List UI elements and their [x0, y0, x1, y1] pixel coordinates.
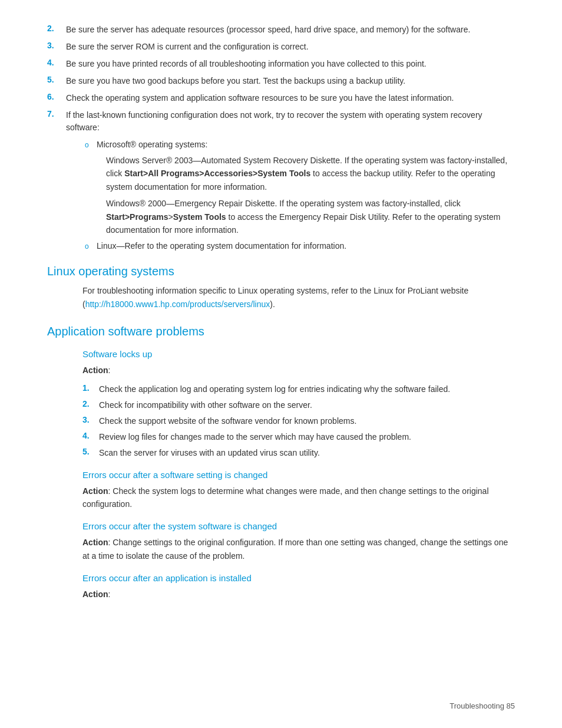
lock-text-3: Check the support website of the softwar… [99, 415, 515, 427]
lock-number-5: 5. [82, 447, 97, 456]
win2000-text2: > [168, 212, 173, 222]
ms-sub-item: o Microsoft® operating systems: [85, 140, 515, 149]
action-label-2: Action [82, 486, 108, 496]
lock-text-4: Review log files for changes made to the… [99, 431, 515, 443]
bullet-o-ms: o [85, 141, 92, 149]
sub-bullet-ms-container: o Microsoft® operating systems: Windows … [73, 140, 515, 251]
linux-body-text2: ). [270, 299, 275, 309]
list-item-5: 5. Be sure you have two good backups bef… [47, 75, 515, 87]
linux-sub-item: o Linux—Refer to the operating system do… [85, 241, 515, 251]
win2000-bold2: System Tools [173, 212, 226, 222]
software-locks-up-heading: Software locks up [82, 349, 515, 359]
list-number-4: 4. [47, 58, 64, 67]
list-number-7: 7. [47, 109, 64, 118]
lock-item-3: 3. Check the support website of the soft… [82, 415, 515, 427]
list-text-4: Be sure you have printed records of all … [66, 58, 515, 70]
action-colon-4: : [108, 589, 111, 599]
list-item-4: 4. Be sure you have printed records of a… [47, 58, 515, 70]
lock-text-1: Check the application log and operating … [99, 383, 515, 396]
system-software-heading: Errors occur after the system software i… [82, 521, 515, 531]
action-text-2: : Check the system logs to determine wha… [82, 486, 489, 509]
lock-text-5: Scan the server for viruses with an upda… [99, 447, 515, 459]
list-number-2: 2. [47, 24, 64, 33]
lock-number-2: 2. [82, 399, 97, 409]
action-colon-1: : [108, 365, 111, 375]
win2000-bold1: Start>Programs [106, 212, 168, 222]
ms-sub-list: o Microsoft® operating systems: [85, 140, 515, 149]
list-item-2: 2. Be sure the server has adequate resou… [47, 24, 515, 36]
software-locks-list: 1. Check the application log and operati… [82, 383, 515, 459]
linux-text: Linux—Refer to the operating system docu… [97, 241, 346, 251]
software-locks-action: Action: [82, 364, 515, 377]
linux-link[interactable]: http://h18000.www1.hp.com/products/serve… [85, 299, 270, 309]
list-text-3: Be sure the server ROM is current and th… [66, 41, 515, 53]
lock-number-1: 1. [82, 383, 97, 393]
action-label-3: Action [82, 538, 108, 547]
lock-text-2: Check for incompatibility with other sof… [99, 399, 515, 411]
app-installed-heading: Errors occur after an application is ins… [82, 573, 515, 583]
linux-section-body: For troubleshooting information specific… [82, 284, 515, 311]
list-text-6: Check the operating system and applicati… [66, 92, 515, 104]
lock-item-4: 4. Review log files for changes made to … [82, 431, 515, 443]
action-text-3: : Change settings to the original config… [82, 538, 508, 560]
software-setting-heading: Errors occur after a software setting is… [82, 470, 515, 480]
windows2000-text: Windows® 2000—Emergency Repair Diskette.… [106, 197, 515, 236]
list-item-3: 3. Be sure the server ROM is current and… [47, 41, 515, 53]
lock-number-4: 4. [82, 431, 97, 440]
list-number-6: 6. [47, 92, 64, 101]
bullet-o-linux: o [85, 242, 92, 251]
lock-number-3: 3. [82, 415, 97, 424]
linux-sub-list: o Linux—Refer to the operating system do… [85, 241, 515, 251]
app-section-heading: Application software problems [47, 325, 515, 338]
action-label-4: Action [82, 589, 108, 599]
lock-item-2: 2. Check for incompatibility with other … [82, 399, 515, 411]
action-label-1: Action [82, 365, 108, 375]
windows2003-text: Windows Server® 2003—Automated System Re… [106, 154, 515, 193]
win2003-bold: Start>All Programs>Accessories>System To… [124, 169, 310, 178]
page-footer: Troubleshooting 85 [449, 701, 515, 710]
win2000-text-before: Windows® 2000—Emergency Repair Diskette.… [106, 199, 461, 208]
list-item-6: 6. Check the operating system and applic… [47, 92, 515, 104]
linux-section-heading: Linux operating systems [47, 265, 515, 278]
page-container: 2. Be sure the server has adequate resou… [0, 0, 562, 642]
intro-numbered-list: 2. Be sure the server has adequate resou… [47, 24, 515, 134]
lock-item-5: 5. Scan the server for viruses with an u… [82, 447, 515, 459]
list-item-7: 7. If the last-known functioning configu… [47, 109, 515, 134]
list-text-7: If the last-known functioning configurat… [66, 109, 515, 134]
system-software-action: Action: Change settings to the original … [82, 536, 515, 562]
list-number-5: 5. [47, 75, 64, 84]
list-text-5: Be sure you have two good backups before… [66, 75, 515, 87]
app-installed-action: Action: [82, 588, 515, 601]
list-text-2: Be sure the server has adequate resource… [66, 24, 515, 36]
lock-item-1: 1. Check the application log and operati… [82, 383, 515, 396]
list-number-3: 3. [47, 41, 64, 50]
software-setting-action: Action: Check the system logs to determi… [82, 485, 515, 511]
ms-label: Microsoft® operating systems: [97, 140, 208, 149]
